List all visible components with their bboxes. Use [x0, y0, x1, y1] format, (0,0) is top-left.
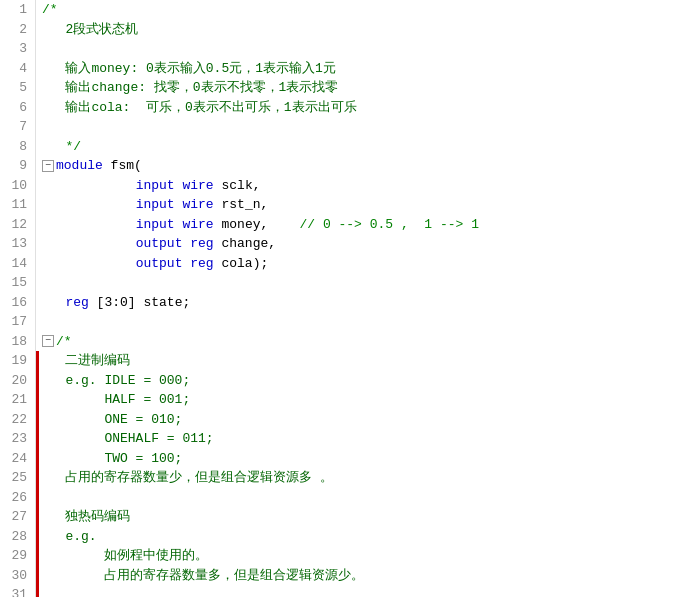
code-line — [42, 488, 700, 508]
code-line: output reg cola); — [42, 254, 700, 274]
code-text: /* — [42, 0, 58, 20]
code-text: change, — [214, 234, 276, 254]
code-text: e.g. IDLE = 000; — [42, 371, 190, 391]
code-text: sclk, — [214, 176, 261, 196]
code-line: 2段式状态机 — [42, 20, 700, 40]
code-text: module — [56, 156, 103, 176]
code-text: 输入money: 0表示输入0.5元，1表示输入1元 — [42, 59, 336, 79]
code-text: reg — [190, 234, 213, 254]
code-text: HALF = 001; — [42, 390, 190, 410]
code-text: output — [136, 234, 183, 254]
code-text: input — [136, 195, 175, 215]
code-text: */ — [42, 137, 81, 157]
code-line — [42, 585, 700, 597]
line-numbers: 1 2 3 4 5 6 7 8 9 10 11 12 13 14 15 16 1… — [0, 0, 36, 597]
code-line: − module fsm( — [42, 156, 700, 176]
fold-icon[interactable]: − — [42, 335, 54, 347]
code-content: /* 2段式状态机 输入money: 0表示输入0.5元，1表示输入1元 输出c… — [36, 0, 700, 597]
code-text: 输出cola: 可乐，0表示不出可乐，1表示出可乐 — [42, 98, 357, 118]
code-text: e.g. — [42, 527, 97, 547]
code-text: cola); — [214, 254, 269, 274]
code-text: [3:0] state; — [89, 293, 190, 313]
code-text — [175, 195, 183, 215]
code-line — [42, 312, 700, 332]
code-text — [42, 176, 136, 196]
code-text — [182, 234, 190, 254]
code-line: 输出cola: 可乐，0表示不出可乐，1表示出可乐 — [42, 98, 700, 118]
code-text — [182, 254, 190, 274]
code-editor: 1 2 3 4 5 6 7 8 9 10 11 12 13 14 15 16 1… — [0, 0, 700, 597]
code-text: TWO = 100; — [42, 449, 182, 469]
code-text: money, — [214, 215, 300, 235]
code-text: ONEHALF = 011; — [42, 429, 214, 449]
code-text: reg — [65, 293, 88, 313]
code-text: 如例程中使用的。 — [42, 546, 208, 566]
code-line: 二进制编码 — [42, 351, 700, 371]
code-line: */ — [42, 137, 700, 157]
code-text — [42, 293, 65, 313]
code-line — [42, 273, 700, 293]
code-line: TWO = 100; — [42, 449, 700, 469]
code-text: wire — [182, 176, 213, 196]
code-text: 占用的寄存器数量多，但是组合逻辑资源少。 — [42, 566, 364, 586]
code-line — [42, 39, 700, 59]
code-line: input wire rst_n, — [42, 195, 700, 215]
code-line: ONEHALF = 011; — [42, 429, 700, 449]
code-text: input — [136, 215, 175, 235]
code-line: input wire sclk, — [42, 176, 700, 196]
code-line: 独热码编码 — [42, 507, 700, 527]
code-text: rst_n, — [214, 195, 269, 215]
code-text: ONE = 010; — [42, 410, 182, 430]
code-line — [42, 117, 700, 137]
code-text — [42, 234, 136, 254]
code-text: /* — [56, 332, 72, 352]
code-text: 输出change: 找零，0表示不找零，1表示找零 — [42, 78, 338, 98]
code-text: wire — [182, 195, 213, 215]
code-line: output reg change, — [42, 234, 700, 254]
code-text — [175, 176, 183, 196]
code-line: 输出change: 找零，0表示不找零，1表示找零 — [42, 78, 700, 98]
code-line: /* — [42, 0, 700, 20]
code-text — [42, 254, 136, 274]
code-line: HALF = 001; — [42, 390, 700, 410]
code-text — [42, 195, 136, 215]
code-text — [42, 215, 136, 235]
code-text: wire — [182, 215, 213, 235]
code-text: reg — [190, 254, 213, 274]
code-line: ONE = 010; — [42, 410, 700, 430]
code-line: 如例程中使用的。 — [42, 546, 700, 566]
code-text: fsm( — [103, 156, 142, 176]
code-area: 1 2 3 4 5 6 7 8 9 10 11 12 13 14 15 16 1… — [0, 0, 700, 597]
code-text: 独热码编码 — [42, 507, 130, 527]
code-line: 占用的寄存器数量多，但是组合逻辑资源少。 — [42, 566, 700, 586]
code-line: e.g. IDLE = 000; — [42, 371, 700, 391]
code-line: − /* — [42, 332, 700, 352]
code-text: input — [136, 176, 175, 196]
code-line: e.g. — [42, 527, 700, 547]
fold-icon[interactable]: − — [42, 160, 54, 172]
code-line: 输入money: 0表示输入0.5元，1表示输入1元 — [42, 59, 700, 79]
code-text: // 0 --> 0.5 , 1 --> 1 — [300, 215, 479, 235]
code-text: 二进制编码 — [42, 351, 130, 371]
code-line: 占用的寄存器数量少，但是组合逻辑资源多 。 — [42, 468, 700, 488]
code-line: reg [3:0] state; — [42, 293, 700, 313]
code-line: input wire money, // 0 --> 0.5 , 1 --> 1 — [42, 215, 700, 235]
code-text — [175, 215, 183, 235]
code-text: 2段式状态机 — [42, 20, 138, 40]
code-text: output — [136, 254, 183, 274]
code-text: 占用的寄存器数量少，但是组合逻辑资源多 。 — [42, 468, 333, 488]
